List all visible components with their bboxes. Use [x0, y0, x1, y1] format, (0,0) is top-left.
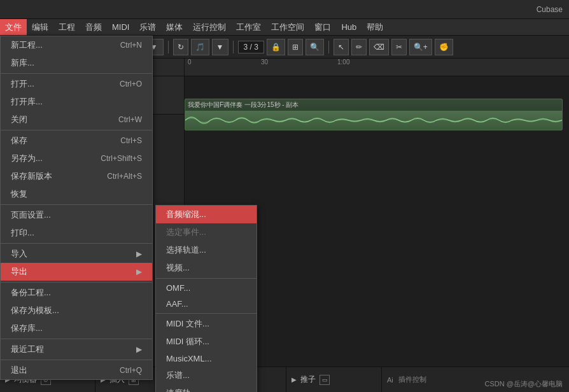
menu-save-as[interactable]: 另存为... Ctrl+Shift+S: [1, 150, 152, 167]
menu-media[interactable]: 媒体: [161, 19, 188, 35]
menu-new-project-shortcut: Ctrl+N: [120, 41, 142, 50]
sep2: [1, 130, 152, 130]
export-submenu: 音频缩混... 选定事件... 选择轨道... 视频... OMF... AAF…: [155, 205, 257, 392]
sep1: [1, 73, 152, 74]
toolbar-metronome-arrow[interactable]: ▼: [212, 39, 228, 55]
submenu-select-tracks[interactable]: 选择轨道...: [156, 241, 256, 259]
menu-recent-label: 最近工程: [11, 344, 44, 355]
audio-clip[interactable]: 我爱你中国F调伴奏 一段3分15秒 - 副本: [185, 99, 563, 130]
submenu-midi-loop[interactable]: MIDI 循环...: [156, 333, 256, 351]
menu-recent[interactable]: 最近工程 ▶: [1, 340, 152, 358]
submenu-score[interactable]: 乐谱...: [156, 367, 256, 384]
submenu-audio-mixdown[interactable]: 音频缩混...: [156, 206, 256, 223]
menu-save-as-label: 另存为...: [11, 153, 43, 164]
menu-close[interactable]: 关闭 Ctrl+W: [1, 111, 152, 129]
menu-import[interactable]: 导入 ▶: [1, 245, 152, 263]
menu-edit[interactable]: 编辑: [27, 19, 53, 35]
menu-open[interactable]: 打开... Ctrl+O: [1, 75, 152, 93]
menu-project[interactable]: 工程: [53, 19, 80, 35]
menu-recent-arrow: ▶: [136, 345, 142, 354]
toolbar-cut[interactable]: ✂: [391, 39, 407, 55]
menu-page-setup[interactable]: 页面设置...: [1, 206, 152, 224]
menu-midi[interactable]: MIDI: [107, 19, 134, 35]
toolbar-grid[interactable]: ⊞: [288, 39, 303, 55]
menu-studio[interactable]: 工作室: [231, 19, 266, 35]
submenu-musicxml[interactable]: MusicXML...: [156, 351, 256, 367]
menu-hub[interactable]: Hub: [336, 19, 362, 35]
sep7: [1, 360, 152, 360]
menu-bar: 文件 编辑 工程 音频 MIDI 乐谱 媒体 运行控制 工作室 工作空间 窗口 …: [0, 19, 569, 36]
menu-import-label: 导入: [11, 248, 27, 260]
menu-quit-label: 退出: [11, 365, 27, 376]
watermark: CSDN @岳涛@心馨电脑: [484, 379, 563, 389]
menu-new-project[interactable]: 新工程... Ctrl+N: [1, 36, 152, 54]
ai-text: Ai: [387, 376, 393, 384]
sep6: [1, 339, 152, 339]
menu-revert[interactable]: 恢复: [1, 185, 152, 203]
menu-open-shortcut: Ctrl+O: [120, 80, 142, 88]
menu-export[interactable]: 导出 ▶: [1, 263, 152, 281]
toolbar-cursor[interactable]: ↖: [334, 39, 349, 55]
toolbar-hand[interactable]: ✊: [435, 39, 453, 55]
menu-save-new[interactable]: 保存新版本 Ctrl+Alt+S: [1, 167, 152, 185]
menu-print[interactable]: 打印...: [1, 224, 152, 242]
submenu-tempo[interactable]: 速度轨...: [156, 384, 256, 392]
menu-quit[interactable]: 退出 Ctrl+Q: [1, 361, 152, 379]
menu-window[interactable]: 窗口: [309, 19, 336, 35]
clip-title: 我爱你中国F调伴奏 一段3分15秒 - 副本: [185, 99, 562, 111]
menu-open-lib[interactable]: 打开库...: [1, 93, 152, 111]
menu-audio[interactable]: 音频: [80, 19, 107, 35]
menu-new-project-label: 新工程...: [11, 39, 43, 51]
toolbar-zoom-in[interactable]: 🔍+: [409, 39, 432, 55]
plugin-control-label: 插件控制: [398, 375, 426, 384]
ruler-mark-100: 1:00: [337, 59, 349, 66]
submenu-midi-file-label: MIDI 文件...: [166, 318, 209, 330]
submenu-aaf[interactable]: AAF...: [156, 296, 256, 312]
submenu-omf-label: OMF...: [166, 283, 190, 293]
ruler: 0 30 1:00: [185, 59, 569, 76]
menu-save-label: 保存: [11, 135, 27, 146]
menu-help[interactable]: 帮助: [362, 19, 388, 35]
menu-backup-label: 备份工程...: [11, 287, 51, 298]
submenu-tempo-label: 速度轨...: [166, 388, 198, 392]
menu-save-lib[interactable]: 保存库...: [1, 319, 152, 337]
menu-new-lib-label: 新库...: [11, 57, 34, 69]
title-text: Cubase: [537, 5, 563, 14]
panel-fader[interactable]: ▶ 推子 ▭: [286, 367, 382, 392]
sep4: [1, 243, 152, 244]
toolbar-lock[interactable]: 🔒: [267, 39, 285, 55]
submenu-select-tracks-label: 选择轨道...: [166, 244, 206, 256]
toolbar-search[interactable]: 🔍: [306, 39, 324, 55]
submenu-video-label: 视频...: [166, 262, 190, 274]
toolbar-pencil[interactable]: ✏: [351, 39, 367, 55]
menu-save-template[interactable]: 保存为模板...: [1, 302, 152, 319]
submenu-omf[interactable]: OMF...: [156, 280, 256, 296]
menu-workspace[interactable]: 工作空间: [266, 19, 309, 35]
submenu-midi-file[interactable]: MIDI 文件...: [156, 315, 256, 333]
menu-save-shortcut: Ctrl+S: [120, 136, 142, 145]
menu-score[interactable]: 乐谱: [134, 19, 161, 35]
toolbar-eraser[interactable]: ⌫: [369, 39, 389, 55]
waveform-display: [185, 111, 562, 130]
menu-open-lib-label: 打开库...: [11, 96, 43, 108]
menu-new-lib[interactable]: 新库...: [1, 54, 152, 72]
menu-backup[interactable]: 备份工程...: [1, 284, 152, 302]
ruler-mark-30: 30: [261, 59, 268, 66]
toolbar-metronome[interactable]: 🎵: [191, 39, 209, 55]
menu-save-new-label: 保存新版本: [11, 171, 52, 182]
submenu-selected-events[interactable]: 选定事件...: [156, 223, 256, 241]
menu-run[interactable]: 运行控制: [188, 19, 231, 35]
menu-import-arrow: ▶: [136, 249, 142, 258]
submenu-midi-loop-label: MIDI 循环...: [166, 336, 209, 347]
toolbar-sep2: [168, 41, 169, 53]
menu-save[interactable]: 保存 Ctrl+S: [1, 132, 152, 150]
menu-revert-label: 恢复: [11, 188, 27, 200]
submenu-aaf-label: AAF...: [166, 299, 188, 309]
menu-file[interactable]: 文件: [0, 19, 27, 35]
export-sep2: [156, 313, 256, 314]
submenu-video[interactable]: 视频...: [156, 259, 256, 277]
menu-export-label: 导出: [11, 266, 27, 277]
menu-save-as-shortcut: Ctrl+Shift+S: [101, 154, 142, 163]
export-sep1: [156, 278, 256, 279]
toolbar-refresh[interactable]: ↻: [173, 39, 188, 55]
